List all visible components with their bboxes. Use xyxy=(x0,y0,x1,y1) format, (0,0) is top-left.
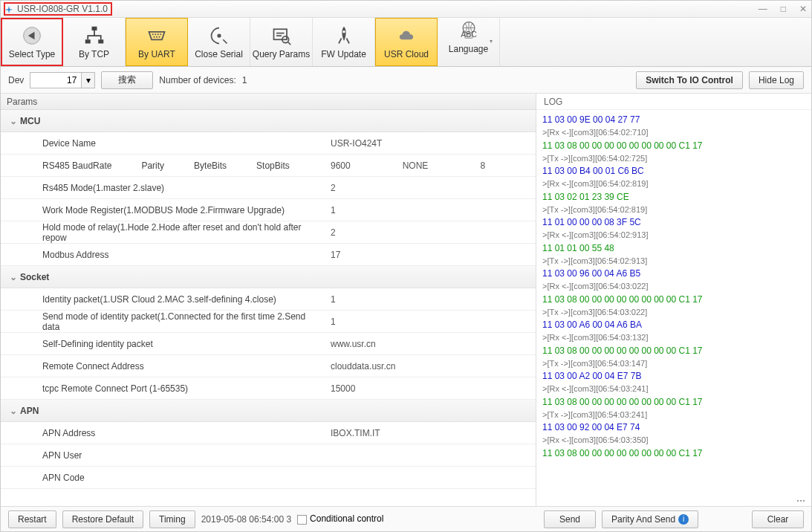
log-header: LOG xyxy=(536,94,811,110)
row-identity[interactable]: Identity packet(1.USR Cloud 2.MAC 3.self… xyxy=(1,288,536,311)
plabel: Remote Connect Address xyxy=(42,361,144,372)
pval: IBOX.TIM.IT xyxy=(331,428,380,438)
row-holdmode[interactable]: Hold mode of relay(1.Hode 2.Hode after r… xyxy=(1,221,536,244)
plabel: APN User xyxy=(42,450,82,461)
pval: USR-IO424T xyxy=(331,138,382,149)
switch-io-button[interactable]: Switch To IO Control xyxy=(636,71,743,89)
query-params-button[interactable]: Query Params xyxy=(250,18,313,66)
plabel: RS485 BaudRate xyxy=(42,160,111,171)
row-port[interactable]: tcpc Remote Connect Port (1-65535)15000 xyxy=(1,377,536,400)
log-area[interactable]: 11 03 00 9E 00 04 27 77>[Rx <-][com3][06… xyxy=(536,110,811,496)
row-apn-addr[interactable]: APN AddressIBOX.TIM.IT xyxy=(1,422,536,444)
rocket-icon xyxy=(334,25,354,46)
params-tree[interactable]: ⌄MCU Device NameUSR-IO424T RS485 BaudRat… xyxy=(1,110,536,507)
log-line: >[Tx ->][com3][06:54:02:725] xyxy=(542,152,805,165)
svg-point-8 xyxy=(153,36,155,37)
log-line: >[Rx <-][com3][06:54:03:132] xyxy=(542,331,805,344)
section-socket[interactable]: ⌄Socket xyxy=(1,266,536,288)
window-title: USR-IO808-GR V1.1.0 xyxy=(4,2,112,16)
pval: 2 xyxy=(331,227,336,238)
close-serial-label: Close Serial xyxy=(195,49,243,59)
globe-icon: ABC xyxy=(458,20,479,41)
titlebar: USR-IO808-GR V1.1.0 — □ ✕ xyxy=(1,1,811,18)
restart-button[interactable]: Restart xyxy=(8,510,56,528)
log-line: >[Tx ->][com3][06:54:03:147] xyxy=(542,357,805,370)
minimize-button[interactable]: — xyxy=(759,4,767,14)
plabel: Self-Defining identity packet xyxy=(42,339,153,349)
plabel: Identity packet(1.USR Cloud 2.MAC 3.self… xyxy=(42,294,276,305)
svg-point-5 xyxy=(155,33,156,35)
section-apn-label: APN xyxy=(20,406,39,416)
pval: clouddata.usr.cn xyxy=(331,361,395,372)
parity-send-button[interactable]: Parity And Sendi xyxy=(602,510,698,528)
log-line: 11 03 02 01 23 39 CE xyxy=(542,190,805,204)
plabel: Parity xyxy=(141,160,164,171)
restore-button[interactable]: Restore Default xyxy=(62,510,143,528)
plabel: Hold mode of relay(1.Hode 2.Hode after r… xyxy=(42,222,325,243)
query-icon xyxy=(271,25,292,46)
plabel: StopBits xyxy=(256,160,290,171)
timing-button[interactable]: Timing xyxy=(149,510,195,528)
row-remote[interactable]: Remote Connect Addressclouddata.usr.cn xyxy=(1,355,536,377)
plabel: ByteBits xyxy=(194,160,227,171)
chevron-down-icon: ▾ xyxy=(490,38,493,45)
log-line: 11 03 00 A6 00 04 A6 BA xyxy=(542,318,805,331)
log-line: 11 03 08 00 00 00 00 00 00 00 00 C1 17 xyxy=(542,293,805,306)
send-button[interactable]: Send xyxy=(544,510,596,528)
log-line: 11 03 08 00 00 00 00 00 00 00 00 C1 17 xyxy=(542,395,805,409)
log-line: >[Tx ->][com3][06:54:02:819] xyxy=(542,204,805,216)
plabel: Modbus Address xyxy=(42,250,108,260)
parity-send-label: Parity And Send xyxy=(611,514,675,525)
clear-button[interactable]: Clear xyxy=(752,510,804,528)
svg-point-6 xyxy=(157,33,159,35)
row-sendmode[interactable]: Send mode of identity packet(1.Connected… xyxy=(1,311,536,333)
close-serial-icon xyxy=(209,25,230,46)
section-apn[interactable]: ⌄APN xyxy=(1,400,536,422)
row-selfdef[interactable]: Self-Defining identity packetwww.usr.cn xyxy=(1,333,536,355)
close-serial-button[interactable]: Close Serial xyxy=(188,18,250,66)
close-button[interactable]: ✕ xyxy=(799,4,807,14)
row-rs485mode[interactable]: Rs485 Mode(1.master 2.slave)2 xyxy=(1,177,536,199)
log-line: 11 03 00 9E 00 04 27 77 xyxy=(542,113,805,126)
svg-rect-12 xyxy=(273,29,287,39)
hide-log-button[interactable]: Hide Log xyxy=(749,71,804,89)
language-label: Language xyxy=(449,44,488,54)
row-modbus[interactable]: Modbus Address17 xyxy=(1,244,536,266)
svg-rect-1 xyxy=(91,26,97,30)
log-line: >[Rx <-][com3][06:54:03:350] xyxy=(542,434,805,447)
language-button[interactable]: ABC Language ▾ xyxy=(438,18,500,66)
row-apn-user[interactable]: APN User xyxy=(1,444,536,467)
conditional-checkbox[interactable]: Conditional control xyxy=(297,513,383,524)
query-params-label: Query Params xyxy=(253,49,310,59)
by-tcp-button[interactable]: By TCP xyxy=(63,18,126,66)
row-apn-code[interactable]: APN Code xyxy=(1,467,536,489)
footer-left: Restart Restore Default Timing 2019-05-0… xyxy=(1,506,538,531)
section-socket-label: Socket xyxy=(20,272,49,282)
dev-input[interactable] xyxy=(30,72,82,88)
dev-dropdown[interactable]: ▾ xyxy=(82,72,95,88)
row-device-name[interactable]: Device NameUSR-IO424T xyxy=(1,132,536,155)
usr-cloud-button[interactable]: USR Cloud xyxy=(375,18,438,66)
pval: 15000 xyxy=(331,383,355,394)
log-line: >[Tx ->][com3][06:54:03:022] xyxy=(542,306,805,319)
conditional-label: Conditional control xyxy=(310,513,383,524)
log-line: 11 03 00 96 00 04 A6 B5 xyxy=(542,267,805,280)
plabel: Send mode of identity packet(1.Connected… xyxy=(42,311,325,332)
row-baud[interactable]: RS485 BaudRateParityByteBitsStopBits 960… xyxy=(1,155,536,177)
maximize-button[interactable]: □ xyxy=(781,4,786,14)
search-button[interactable]: 搜索 xyxy=(101,71,153,89)
select-type-button[interactable]: Select Type xyxy=(1,18,63,66)
plabel: Rs485 Mode(1.master 2.slave) xyxy=(42,183,164,193)
log-line: 11 03 08 00 00 00 00 00 00 00 00 C1 17 xyxy=(542,447,805,460)
info-icon: i xyxy=(678,514,689,525)
log-line: 11 01 00 00 00 08 3F 5C xyxy=(542,215,805,229)
by-uart-button[interactable]: By UART xyxy=(126,18,188,66)
svg-point-9 xyxy=(156,36,157,37)
fw-update-button[interactable]: FW Update xyxy=(313,18,375,66)
row-workmode[interactable]: Work Mode Register(1.MODBUS Mode 2.Firmw… xyxy=(1,199,536,221)
log-line: 11 01 01 00 55 48 xyxy=(542,241,805,255)
log-line: 11 03 08 00 00 00 00 00 00 00 00 C1 17 xyxy=(542,139,805,152)
plabel: Device Name xyxy=(42,138,96,149)
log-line: >[Rx <-][com3][06:54:03:022] xyxy=(542,280,805,293)
section-mcu[interactable]: ⌄MCU xyxy=(1,110,536,132)
